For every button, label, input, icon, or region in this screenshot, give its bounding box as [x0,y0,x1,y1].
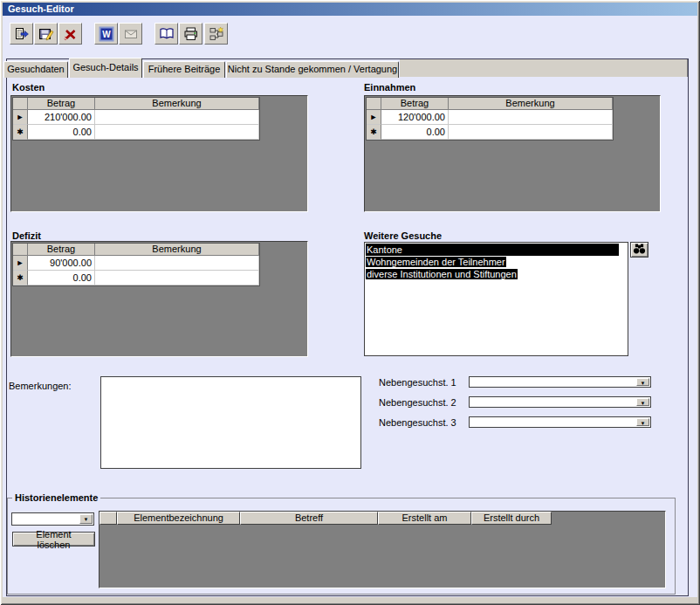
nebengesuchst-3-combo[interactable]: ▼ [469,416,651,428]
tab-fruehere-beitraege[interactable]: Frühere Beiträge [143,61,225,78]
kosten-grid: Betrag Bemerkung ► 210'000.00 ✱ 0.00 [12,97,260,141]
tab-gesuch-details[interactable]: Gesuch-Details [69,58,142,78]
dropdown-button[interactable]: ▼ [636,398,649,406]
row-selector-current[interactable]: ► [13,110,28,125]
row-selector-current[interactable]: ► [367,110,381,125]
dropdown-button[interactable]: ▼ [636,378,649,386]
chevron-down-icon: ▼ [637,400,649,407]
exit-door-icon [14,26,30,42]
tab-gesuchdaten[interactable]: Gesuchdaten [3,61,68,78]
weitere-gesuche-label: Weitere Gesuche [364,230,442,242]
svg-text:W: W [102,30,111,39]
row-selector-new[interactable]: ✱ [13,125,28,140]
list-item[interactable]: diverse Institutionen und Stiftungen [366,268,628,280]
column-header-betrag[interactable]: Betrag [28,244,95,256]
element-loeschen-button[interactable]: Element löschen [12,532,95,547]
toolbar-exit-button[interactable] [10,23,33,45]
cell-bemerkung[interactable] [449,110,613,125]
column-header-erstellt-durch[interactable]: Erstellt durch [471,512,552,525]
column-header-erstellt-am[interactable]: Erstellt am [378,512,471,525]
delete-record-icon [63,26,79,42]
cell-bemerkung[interactable] [95,271,259,285]
weitere-gesuche-listbox[interactable]: Kantone Wohngemeinden der Teilnehmer div… [364,242,628,356]
grid-row-new: ✱ 0.00 [13,125,259,140]
cell-bemerkung[interactable] [95,110,259,125]
cell-betrag[interactable]: 90'000.00 [28,256,95,271]
column-header-bemerkung[interactable]: Bemerkung [95,98,259,110]
row-selector-new[interactable]: ✱ [13,271,28,285]
toolbar-print-button[interactable] [179,23,202,45]
toolbar-new-element-button[interactable] [204,23,228,45]
toolbar-delete-button[interactable] [58,23,82,45]
mail-icon-disabled [123,26,139,42]
cell-betrag[interactable]: 0.00 [28,271,95,285]
historienelemente-label: Historienelemente [12,492,100,504]
grid-corner[interactable] [367,98,381,110]
column-header-betrag[interactable]: Betrag [28,98,95,110]
new-linked-element-icon [209,26,224,42]
einnahmen-grid: Betrag Bemerkung ► 120'000.00 ✱ 0.00 [366,97,614,141]
window-title: Gesuch-Editor [8,3,74,14]
historie-type-combo[interactable]: ▼ [11,512,94,526]
grid-corner[interactable] [13,244,28,256]
toolbar-mail-button[interactable] [119,23,142,45]
toolbar-word-button[interactable]: W [94,23,118,45]
bemerkungen-label: Bemerkungen: [9,381,72,392]
cell-betrag[interactable]: 210'000.00 [28,110,95,125]
nebengesuchst-2-label: Nebengesuchst. 2 [379,397,456,409]
grid-corner[interactable] [13,98,28,110]
nebengesuchst-1-label: Nebengesuchst. 1 [379,377,456,388]
window-titlebar[interactable]: Gesuch-Editor [3,3,697,16]
grid-row: ► 90'000.00 [13,256,259,271]
binoculars-icon [633,244,646,256]
row-selector-new[interactable]: ✱ [367,125,381,140]
list-item-text: Wohngemeinden der Teilnehmer [366,257,506,267]
toolbar-save-button[interactable] [34,23,58,45]
gesuch-editor-window: Gesuch-Editor W [0,0,700,605]
bemerkungen-textarea[interactable] [100,376,361,469]
combo-value [471,397,635,407]
grid-row: ► 210'000.00 [13,110,259,125]
dropdown-button[interactable]: ▼ [79,514,93,524]
grid-row-new: ✱ 0.00 [367,125,613,140]
dropdown-button[interactable]: ▼ [636,418,649,426]
nebengesuchst-1-combo[interactable]: ▼ [469,376,651,388]
cell-bemerkung[interactable] [95,256,259,271]
kosten-label: Kosten [12,82,45,93]
chevron-down-icon: ▼ [637,420,649,427]
column-header-betreff[interactable]: Betreff [240,512,378,525]
combo-value [471,377,635,387]
search-gesuche-button[interactable] [630,242,649,258]
column-header-bemerkung[interactable]: Bemerkung [95,244,259,256]
list-item-text: diverse Institutionen und Stiftungen [366,269,518,279]
grid-corner[interactable] [100,512,117,525]
historie-table-header: Elementbezeichnung Betreff Erstellt am E… [100,512,665,525]
word-export-icon: W [99,26,114,42]
column-header-elementbezeichnung[interactable]: Elementbezeichnung [117,512,240,525]
column-header-bemerkung[interactable]: Bemerkung [449,98,613,110]
combo-value [471,417,635,427]
cell-betrag[interactable]: 120'000.00 [381,110,449,125]
combo-value [14,513,79,525]
nebengesuchst-3-label: Nebengesuchst. 3 [379,417,456,429]
cell-bemerkung[interactable] [449,125,613,140]
tab-strip-filler [400,59,688,77]
open-book-icon [159,26,175,42]
cell-betrag[interactable]: 0.00 [381,125,449,140]
toolbar-book-button[interactable] [154,23,178,45]
chevron-down-icon: ▼ [80,516,92,523]
list-item[interactable]: Kantone [366,244,628,256]
grid-row: ► 120'000.00 [367,110,613,125]
chevron-down-icon: ▼ [637,380,649,387]
list-item[interactable]: Wohngemeinden der Teilnehmer [366,256,628,268]
nebengesuchst-2-combo[interactable]: ▼ [469,396,651,408]
save-record-icon [38,26,54,42]
historie-table: Elementbezeichnung Betreff Erstellt am E… [99,511,666,588]
column-header-betrag[interactable]: Betrag [381,98,449,110]
tab-nicht-zu-stande[interactable]: Nicht zu Stande gekommen / Vertagung [226,61,399,78]
cell-bemerkung[interactable] [95,125,259,140]
defizit-grid: Betrag Bemerkung ► 90'000.00 ✱ 0.00 [12,243,260,286]
cell-betrag[interactable]: 0.00 [28,125,95,140]
grid-row-new: ✱ 0.00 [13,271,259,285]
row-selector-current[interactable]: ► [13,256,28,271]
